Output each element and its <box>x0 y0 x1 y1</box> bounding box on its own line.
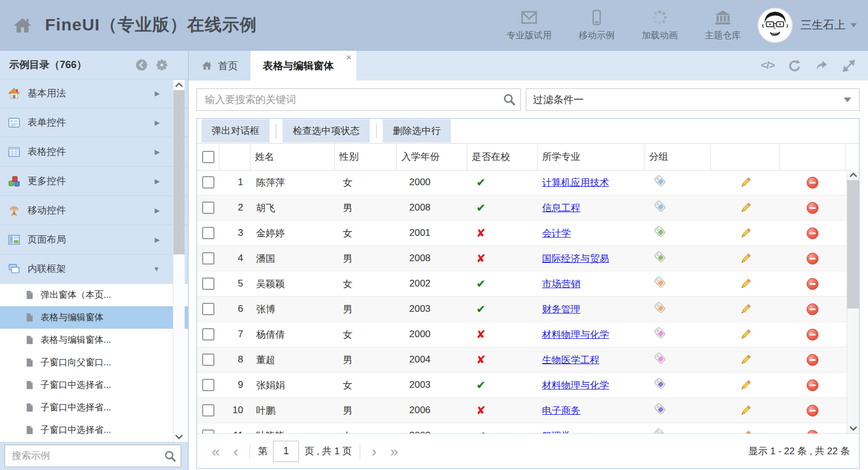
sidebar-group[interactable]: 表格控件▶ <box>0 137 188 167</box>
edit-icon[interactable] <box>739 176 752 189</box>
major-link[interactable]: 电子商务 <box>542 405 580 416</box>
row-checkbox[interactable] <box>202 277 214 290</box>
tag-icon[interactable] <box>654 428 666 433</box>
scroll-up-icon[interactable] <box>849 170 857 180</box>
close-icon[interactable]: × <box>346 52 351 62</box>
row-checkbox[interactable] <box>202 227 214 239</box>
sidebar-sub-item[interactable]: 子窗口中选择省... <box>0 374 188 396</box>
prev-page-button[interactable]: ‹ <box>226 444 245 459</box>
major-link[interactable]: 国际经济与贸易 <box>542 253 609 264</box>
search-icon[interactable] <box>503 93 516 106</box>
next-page-button[interactable]: › <box>365 444 383 459</box>
delete-icon[interactable] <box>807 202 818 214</box>
avatar[interactable] <box>758 8 793 43</box>
sidebar-group[interactable]: 页面布局▶ <box>0 225 188 254</box>
header-action[interactable]: 主题仓库 <box>705 9 741 42</box>
search-icon[interactable] <box>164 450 176 462</box>
delete-icon[interactable] <box>807 177 818 189</box>
scroll-down-icon[interactable] <box>849 423 857 433</box>
sidebar-search-input[interactable] <box>11 450 164 462</box>
column-header[interactable]: 分组 <box>645 144 711 170</box>
scroll-down-icon[interactable] <box>175 432 183 442</box>
sidebar-sub-item[interactable]: 表格与编辑窗体 <box>0 306 188 329</box>
major-link[interactable]: 信息工程 <box>542 203 580 213</box>
edit-icon[interactable] <box>739 379 752 392</box>
edit-icon[interactable] <box>739 404 752 417</box>
sidebar-group[interactable]: 表单控件▶ <box>0 108 188 137</box>
tag-icon[interactable] <box>654 352 666 365</box>
tag-icon[interactable] <box>654 326 666 339</box>
share-icon[interactable] <box>815 59 829 73</box>
keyword-search-input[interactable] <box>204 93 503 106</box>
sidebar-sub-item[interactable]: 子窗口中选择省... <box>0 419 188 441</box>
tab-home[interactable]: 首页 <box>189 51 250 80</box>
column-header[interactable]: 姓名 <box>250 144 335 170</box>
code-icon[interactable]: </> <box>761 59 775 73</box>
major-link[interactable]: 材料物理与化学 <box>542 329 609 340</box>
tag-icon[interactable] <box>654 301 666 314</box>
select-all-checkbox[interactable] <box>202 151 214 163</box>
grid-button[interactable]: 弹出对话框 <box>202 119 270 142</box>
major-link[interactable]: 材料物理与化学 <box>542 380 609 391</box>
edit-icon[interactable] <box>739 227 752 240</box>
delete-icon[interactable] <box>807 379 818 391</box>
user-menu[interactable]: 三生石上 <box>800 17 857 33</box>
tag-icon[interactable] <box>654 377 666 390</box>
column-header[interactable]: 所学专业 <box>538 144 645 170</box>
sidebar-sub-item[interactable]: 子窗口向父窗口... <box>0 351 188 374</box>
scrollbar-thumb[interactable] <box>847 180 859 308</box>
sidebar-sub-item[interactable]: 弹出窗体（本页... <box>0 284 188 306</box>
first-page-button[interactable]: « <box>205 444 226 459</box>
row-checkbox[interactable] <box>202 404 214 417</box>
tag-icon[interactable] <box>654 250 666 263</box>
major-link[interactable]: 财务管理 <box>542 304 580 315</box>
refresh-icon[interactable] <box>788 59 802 73</box>
expand-icon[interactable] <box>842 59 856 73</box>
delete-icon[interactable] <box>807 278 818 290</box>
collapse-sidebar-icon[interactable] <box>136 59 147 71</box>
tag-icon[interactable] <box>654 225 666 238</box>
tag-icon[interactable] <box>654 200 666 213</box>
edit-icon[interactable] <box>739 353 752 366</box>
edit-icon[interactable] <box>739 303 752 316</box>
delete-icon[interactable] <box>807 227 818 239</box>
column-header[interactable]: 是否在校 <box>467 144 538 170</box>
column-header[interactable]: 入学年份 <box>397 144 467 170</box>
header-action[interactable]: 移动示例 <box>579 9 615 42</box>
edit-icon[interactable] <box>739 202 752 214</box>
delete-icon[interactable] <box>807 329 818 341</box>
delete-icon[interactable] <box>807 303 818 315</box>
major-link[interactable]: 市场营销 <box>542 279 580 289</box>
sidebar-scrollbar[interactable] <box>173 80 185 442</box>
edit-icon[interactable] <box>739 252 752 265</box>
sidebar-group[interactable]: 更多控件▶ <box>0 167 188 196</box>
delete-icon[interactable] <box>807 253 818 265</box>
row-checkbox[interactable] <box>202 252 214 265</box>
tag-icon[interactable] <box>654 402 666 415</box>
row-checkbox[interactable] <box>202 429 214 433</box>
row-checkbox[interactable] <box>202 202 214 214</box>
header-action[interactable]: 专业版试用 <box>507 9 552 42</box>
major-link[interactable]: 会计学 <box>542 228 571 239</box>
tag-icon[interactable] <box>654 174 666 187</box>
major-link[interactable]: 生物医学工程 <box>542 355 599 365</box>
home-icon[interactable] <box>12 16 33 35</box>
tag-icon[interactable] <box>654 276 666 289</box>
grid-button[interactable]: 检查选中项状态 <box>283 119 370 142</box>
grid-button[interactable]: 删除选中行 <box>383 119 451 142</box>
table-scrollbar[interactable] <box>847 170 859 433</box>
delete-icon[interactable] <box>807 405 818 417</box>
row-checkbox[interactable] <box>202 353 214 366</box>
tab-grid-edit-window[interactable]: 表格与编辑窗体 × <box>250 51 356 80</box>
sidebar-group[interactable]: 移动控件▶ <box>0 196 188 225</box>
row-checkbox[interactable] <box>202 303 214 315</box>
gear-icon[interactable] <box>156 59 168 71</box>
major-link[interactable]: 计算机应用技术 <box>542 177 609 188</box>
scrollbar-thumb[interactable] <box>173 90 185 254</box>
edit-icon[interactable] <box>739 277 752 290</box>
row-checkbox[interactable] <box>202 379 214 391</box>
last-page-button[interactable]: » <box>383 444 405 459</box>
delete-icon[interactable] <box>807 354 818 366</box>
column-header[interactable]: 性别 <box>335 144 397 170</box>
sidebar-sub-item[interactable]: 子窗口中选择省... <box>0 396 188 419</box>
